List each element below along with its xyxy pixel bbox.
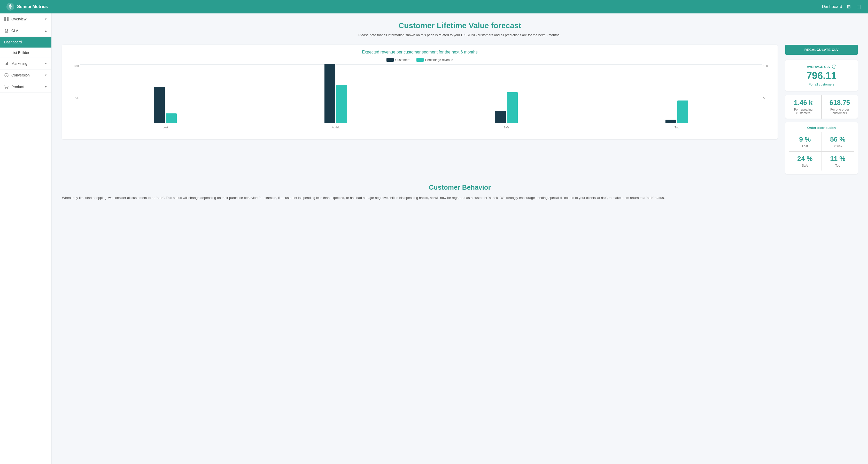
bar-top-revenue	[677, 100, 688, 123]
bar-safe-revenue	[507, 92, 518, 123]
recalculate-clv-button[interactable]: RECALCULATE CLV	[785, 45, 858, 55]
sidebar-item-overview[interactable]: Overview ▼	[0, 13, 52, 25]
bar-safe-customers	[495, 111, 506, 123]
legend-revenue-color	[416, 58, 424, 62]
order-dist-safe: 24 % Safe	[789, 152, 822, 171]
bar-atrisk-revenue	[336, 85, 347, 123]
bar-label-top: Top	[675, 126, 679, 129]
bars-area: Lost At risk	[80, 64, 772, 129]
stats-repeating-oneorder: 1.46 k For repeating customers 618.75 Fo…	[785, 95, 858, 119]
bar-label-atrisk: At risk	[332, 126, 340, 129]
svg-rect-12	[5, 64, 5, 65]
product-icon	[4, 85, 9, 89]
brand-name: Sensai Metrics	[17, 4, 48, 9]
avg-clv-value: 796.11	[790, 70, 853, 82]
stats-panel: RECALCULATE CLV AVERAGE CLV i 796.11 For…	[785, 45, 858, 174]
stat-repeating: 1.46 k For repeating customers	[785, 95, 822, 119]
order-dist-atrisk-value: 56 %	[824, 135, 852, 144]
svg-rect-3	[4, 17, 6, 19]
overview-chevron: ▼	[44, 18, 47, 21]
svg-rect-14	[7, 62, 8, 65]
sidebar-item-list-builder[interactable]: List Builder	[0, 48, 52, 58]
bar-label-lost: Lost	[163, 126, 168, 129]
legend-customers-color	[386, 58, 394, 62]
legend-revenue-label: Percentage revenue	[425, 58, 453, 62]
svg-point-17	[5, 88, 6, 89]
avg-clv-sub: For all customers	[790, 83, 853, 86]
conversion-icon: $	[4, 73, 9, 78]
order-dist-atrisk: 56 % At risk	[822, 132, 854, 152]
stat-repeating-value: 1.46 k	[788, 99, 818, 107]
stat-oneorder-value: 618.75	[825, 99, 855, 107]
order-dist-top-label: Top	[824, 164, 852, 167]
sidebar-item-product[interactable]: Product ▼	[0, 81, 52, 93]
conversion-chevron: ▼	[44, 74, 47, 77]
y-label-mid-left: 5 k	[67, 97, 79, 100]
order-dist-box: Order distribution 9 % Lost 56 % At risk…	[785, 122, 858, 174]
exit-button[interactable]: ⬚	[855, 3, 862, 10]
y-axis-left: 10 k 5 k	[67, 64, 79, 129]
svg-text:$: $	[5, 74, 7, 77]
y-label-top-left: 10 k	[67, 64, 79, 67]
order-dist-title: Order distribution	[789, 126, 854, 130]
bar-chart: 10 k 5 k 100 50	[67, 64, 772, 137]
dashboard-label: Dashboard	[822, 4, 842, 9]
bar-lost-revenue	[166, 114, 177, 123]
chart-section: Expected revenue per customer segment fo…	[62, 45, 858, 174]
clv-label: CLV	[11, 29, 18, 33]
chart-container: Expected revenue per customer segment fo…	[62, 45, 778, 139]
bar-group-lost: Lost	[154, 87, 177, 129]
svg-point-18	[7, 88, 8, 89]
behavior-section: Customer Behavior When they first start …	[62, 183, 858, 201]
overview-icon	[4, 17, 9, 22]
sidebar: Overview ▼ CLV ▲	[0, 13, 52, 464]
marketing-icon	[4, 61, 9, 66]
chart-title: Expected revenue per customer segment fo…	[67, 50, 772, 55]
legend-customers: Customers	[386, 58, 410, 62]
svg-rect-8	[7, 29, 8, 30]
app-body: Overview ▼ CLV ▲	[0, 13, 868, 464]
stat-oneorder: 618.75 For one order customers	[822, 95, 858, 119]
legend-customers-label: Customers	[395, 58, 410, 62]
clv-chevron: ▲	[44, 29, 47, 32]
behavior-text: When they first start shopping, we consi…	[62, 195, 858, 201]
list-builder-label: List Builder	[11, 51, 29, 55]
order-dist-lost-label: Lost	[791, 145, 819, 148]
bar-group-atrisk: At risk	[324, 64, 347, 129]
add-dashboard-button[interactable]: ⊞	[846, 3, 852, 10]
svg-rect-7	[5, 29, 6, 30]
overview-label: Overview	[11, 17, 26, 21]
clv-icon	[4, 28, 9, 33]
sidebar-item-clv[interactable]: CLV ▲	[0, 25, 52, 37]
conversion-label: Conversion	[11, 73, 30, 77]
product-label: Product	[11, 85, 24, 89]
avg-clv-box: AVERAGE CLV i 796.11 For all customers	[785, 60, 858, 91]
svg-rect-9	[7, 30, 8, 31]
logo-icon	[6, 3, 14, 11]
main-content: Customer Lifetime Value forecast Please …	[52, 13, 868, 464]
svg-rect-13	[6, 63, 7, 65]
marketing-chevron: ▼	[44, 62, 47, 65]
order-dist-top: 11 % Top	[822, 152, 854, 171]
bar-group-safe: Safe	[495, 92, 518, 129]
bar-atrisk-customers	[324, 64, 335, 123]
order-dist-top-value: 11 %	[824, 155, 852, 163]
svg-rect-11	[5, 32, 8, 33]
bar-top-customers	[665, 120, 676, 123]
stat-oneorder-label: For one order customers	[825, 108, 855, 115]
avg-clv-info-icon[interactable]: i	[832, 65, 836, 69]
avg-clv-label: AVERAGE CLV i	[790, 65, 853, 69]
sidebar-item-conversion[interactable]: $ Conversion ▼	[0, 69, 52, 81]
sidebar-item-dashboard[interactable]: Dashboard	[0, 37, 52, 48]
product-chevron: ▼	[44, 85, 47, 88]
order-dist-atrisk-label: At risk	[824, 145, 852, 148]
behavior-title: Customer Behavior	[62, 183, 858, 191]
sidebar-item-marketing[interactable]: Marketing ▼	[0, 58, 52, 69]
stat-repeating-label: For repeating customers	[788, 108, 818, 115]
order-dist-safe-value: 24 %	[791, 155, 819, 163]
svg-rect-4	[7, 17, 8, 19]
brand-logo: Sensai Metrics	[6, 3, 48, 11]
bar-lost-customers	[154, 87, 165, 123]
order-dist-grid: 9 % Lost 56 % At risk 24 % Safe 11 %	[789, 132, 854, 171]
header: Sensai Metrics Dashboard ⊞ ⬚	[0, 0, 868, 13]
